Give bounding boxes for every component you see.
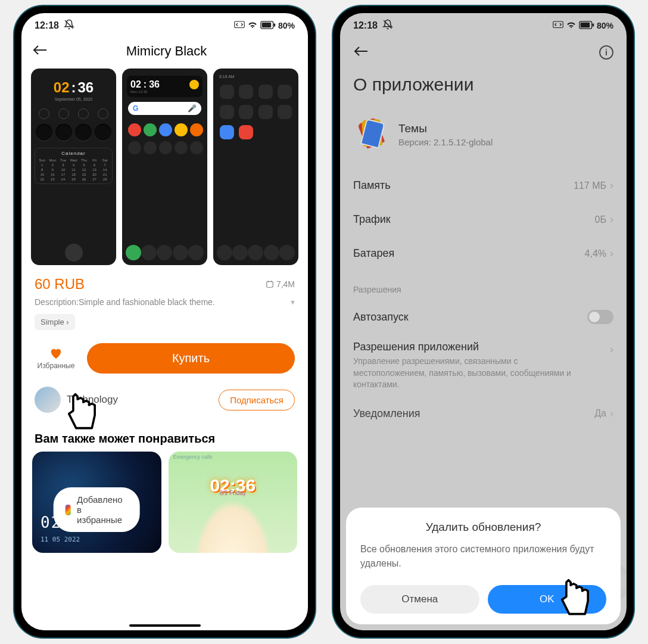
bell-off-icon	[64, 19, 74, 32]
themes-app-icon	[66, 505, 71, 515]
google-search-bar: G🎤	[128, 102, 201, 115]
expand-icon[interactable]: ▾	[291, 297, 295, 307]
status-bar: 12:18 80%	[21, 13, 308, 36]
theme-size: 7,4M	[266, 279, 295, 289]
wifi-icon	[247, 21, 258, 31]
preview-homescreen[interactable]: 02:36 Mon 12:30 G🎤	[122, 69, 207, 265]
preview-drawer[interactable]: 8:18 AM	[213, 69, 298, 265]
svg-rect-4	[274, 23, 276, 26]
delete-updates-dialog: Удалить обновления? Все обновления этого…	[346, 508, 621, 624]
dialog-body: Все обновления этого системного приложен…	[360, 542, 606, 571]
subscribe-button[interactable]: Подписаться	[219, 390, 295, 410]
back-button[interactable]	[32, 42, 48, 60]
theme-description: Description:Simple and fashionable black…	[35, 297, 215, 307]
battery-icon	[260, 21, 276, 31]
tag-simple[interactable]: Simple ›	[35, 314, 75, 330]
input-icon	[234, 21, 245, 31]
toast-added-favorites: Добавлено в избранные	[54, 487, 140, 532]
buy-button[interactable]: Купить	[87, 343, 295, 374]
favorite-button[interactable]	[35, 347, 77, 363]
similar-heading: Вам также может понравиться	[21, 419, 308, 452]
favorite-label: Избранные	[35, 362, 77, 370]
battery-pct: 80%	[278, 21, 295, 30]
similar-theme-2[interactable]: Emergency calls 02:36 8/9 Friday	[169, 452, 298, 553]
theme-price: 60 RUB	[35, 276, 85, 293]
status-time: 12:18	[35, 20, 59, 31]
author-name[interactable]: Technology	[67, 394, 118, 406]
dialog-title: Удалить обновления?	[360, 521, 606, 534]
theme-previews: 02:36 September 05, 2022 Calendar SunMon…	[21, 66, 308, 267]
svg-rect-5	[267, 282, 273, 288]
author-avatar[interactable]	[35, 387, 61, 413]
svg-rect-3	[262, 22, 272, 27]
preview-lockscreen[interactable]: 02:36 September 05, 2022 Calendar SunMon…	[31, 69, 116, 265]
similar-theme-1[interactable]: 02:36 11 05 2022 Добавлено в избранные	[32, 452, 161, 553]
ok-button[interactable]: OK	[488, 585, 607, 614]
cancel-button[interactable]: Отмена	[360, 585, 479, 614]
page-title: Mimicry Black	[56, 43, 277, 59]
nav-pill[interactable]	[129, 624, 201, 627]
